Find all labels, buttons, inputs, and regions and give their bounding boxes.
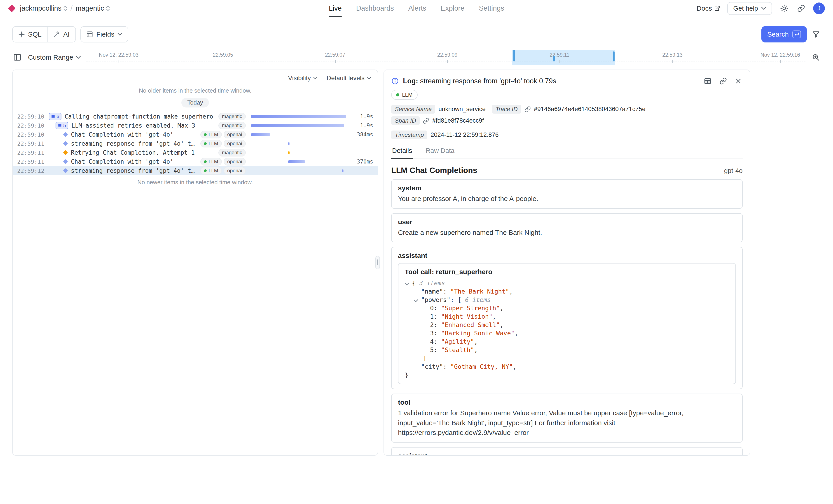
- visibility-label: Visibility: [288, 74, 311, 82]
- panel-left-icon: [13, 53, 22, 62]
- docs-label: Docs: [696, 4, 712, 12]
- query-mode-group: SQL AI: [12, 26, 76, 43]
- project-switcher[interactable]: magentic: [76, 4, 110, 13]
- tag-llm: LLM: [200, 167, 222, 174]
- levels-dropdown[interactable]: Default levels: [327, 74, 371, 82]
- filter-button[interactable]: [811, 30, 821, 39]
- tab-dashboards[interactable]: Dashboards: [356, 0, 394, 17]
- timeline-tickmark: [780, 59, 781, 63]
- share-link-button[interactable]: [796, 4, 806, 13]
- log-message: Retrying Chat Completion. Attempt 1: [71, 149, 195, 156]
- search-button[interactable]: Search: [761, 26, 807, 43]
- log-time: 22:59:11: [17, 141, 45, 147]
- logo-icon: [8, 4, 16, 12]
- chevron-down-icon: [367, 77, 371, 79]
- log-message: LLM-assisted retries enabled. Max 3: [71, 122, 195, 129]
- timeline[interactable]: Nov 12, 22:59:0322:59:0522:59:0722:59:09…: [86, 50, 805, 65]
- external-link-icon: [714, 5, 720, 11]
- service-name-label: Service Name: [391, 105, 435, 114]
- tab-explore[interactable]: Explore: [441, 0, 465, 17]
- trace-id-value[interactable]: #9146a6974e4e6140538043607a71c75e: [534, 106, 645, 113]
- timeline-axis: [86, 61, 805, 62]
- nav-right: Docs Get help J: [696, 2, 825, 15]
- tag-llm: LLM: [200, 158, 222, 166]
- timeline-tick-label: 22:59:11: [550, 52, 569, 58]
- log-row-main: Chat Completion with 'gpt-4o': [49, 158, 197, 165]
- collapse-caret-icon[interactable]: [413, 297, 418, 302]
- json-line: { 3 items: [405, 279, 729, 287]
- json-line: ]: [405, 354, 729, 362]
- log-tags: magentic: [218, 113, 247, 120]
- span-bar: [288, 160, 305, 163]
- log-row-main: 5LLM-assisted retries enabled. Max 3: [49, 122, 215, 129]
- log-message: Calling chatprompt-function make_superhe…: [65, 113, 213, 120]
- span-bar: [288, 151, 290, 154]
- collapse-panel-button[interactable]: [12, 52, 23, 63]
- custom-range-button[interactable]: Custom Range: [28, 53, 81, 61]
- tag-llm: LLM: [200, 140, 222, 147]
- tag-llm: LLM: [200, 131, 222, 138]
- tool-call-title: Tool call: return_superhero: [405, 268, 729, 276]
- tag-openai: openai: [223, 158, 246, 166]
- search-input[interactable]: [133, 26, 757, 43]
- link-icon: [797, 4, 805, 12]
- log-row[interactable]: 22:59:105LLM-assisted retries enabled. M…: [13, 121, 378, 130]
- fields-button[interactable]: Fields: [80, 26, 128, 43]
- sql-button[interactable]: SQL: [13, 27, 47, 42]
- get-help-button[interactable]: Get help: [727, 2, 772, 15]
- ai-button[interactable]: AI: [48, 27, 75, 42]
- date-chip-wrap: Today: [13, 98, 378, 107]
- panel-resize-handle[interactable]: [375, 256, 380, 269]
- zoom-button[interactable]: [811, 52, 821, 62]
- message-card-assistant: assistantTool call: return_superhero{ 3 …: [391, 447, 743, 456]
- theme-toggle-button[interactable]: [779, 3, 789, 13]
- tab-raw-data[interactable]: Raw Data: [425, 145, 455, 159]
- json-line: 5: "Stealth",: [405, 346, 729, 354]
- child-count-badge[interactable]: 5: [55, 122, 68, 129]
- log-tags: magentic: [218, 149, 247, 157]
- close-button[interactable]: [734, 76, 743, 86]
- log-row[interactable]: 22:59:11streaming response from 'gpt-4o'…: [13, 139, 378, 148]
- table-view-button[interactable]: [703, 76, 712, 86]
- log-tags: LLMopenai: [200, 158, 247, 166]
- log-row-main: Chat Completion with 'gpt-4o': [49, 131, 197, 138]
- json-line: }: [405, 371, 729, 379]
- log-row[interactable]: 22:59:11Retrying Chat Completion. Attemp…: [13, 148, 378, 157]
- tab-details[interactable]: Details: [391, 145, 413, 159]
- timeline-tickmark: [335, 59, 336, 63]
- nav-left: jackmpcollins / magentic: [8, 4, 110, 13]
- tag-magentic: magentic: [218, 122, 246, 129]
- timestamp-field: Timestamp 2024-11-12 22:59:12.876: [391, 130, 499, 139]
- copy-link-button[interactable]: [719, 76, 728, 86]
- fields-label: Fields: [96, 30, 114, 38]
- tab-live[interactable]: Live: [329, 0, 342, 17]
- log-row[interactable]: 22:59:11Chat Completion with 'gpt-4o'LLM…: [13, 157, 378, 166]
- list-controls: Visibility Default levels: [13, 70, 378, 83]
- tag-magentic: magentic: [218, 149, 246, 157]
- span-bar-area: [251, 123, 346, 128]
- section-title: LLM Chat Completions: [391, 166, 477, 175]
- log-row[interactable]: 22:59:106Calling chatprompt-function mak…: [13, 112, 378, 121]
- tab-alerts[interactable]: Alerts: [408, 0, 426, 17]
- docs-link[interactable]: Docs: [696, 4, 720, 12]
- message-card-tool: tool1 validation error for Superhero nam…: [391, 393, 743, 442]
- message-role: tool: [398, 399, 736, 406]
- log-tags: magentic: [218, 122, 247, 129]
- avatar[interactable]: J: [813, 2, 825, 14]
- log-row-main: streaming response from 'gpt-4o' took 0.…: [49, 140, 197, 147]
- json-line: "city": "Gotham City, NY",: [405, 362, 729, 371]
- message-role: assistant: [398, 252, 736, 260]
- visibility-dropdown[interactable]: Visibility: [288, 74, 317, 82]
- no-newer-notice: No newer items in the selected time wind…: [13, 179, 378, 186]
- log-row[interactable]: 22:59:10Chat Completion with 'gpt-4o'LLM…: [13, 130, 378, 139]
- child-count-badge[interactable]: 6: [49, 113, 62, 120]
- log-row[interactable]: 22:59:12streaming response from 'gpt-4o'…: [13, 166, 378, 175]
- log-time: 22:59:11: [17, 159, 45, 165]
- json-line: 0: "Super Strength",: [405, 304, 729, 312]
- org-switcher[interactable]: jackmpcollins: [20, 4, 67, 13]
- timeline-tick-label: 22:59:13: [662, 52, 683, 58]
- span-id-value[interactable]: #fd81e8f78c4ecc9f: [432, 117, 484, 124]
- collapse-caret-icon[interactable]: [405, 281, 409, 285]
- tab-settings[interactable]: Settings: [479, 0, 504, 17]
- message-card-system: systemYou are professor A, in charge of …: [391, 179, 743, 209]
